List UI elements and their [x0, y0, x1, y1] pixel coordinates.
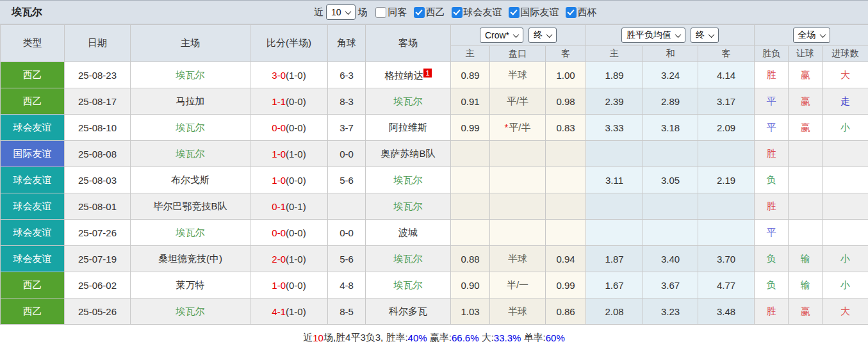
cell-avg-away: 3.17 [698, 88, 755, 115]
league-filter-0[interactable]: 西乙 [414, 6, 445, 19]
cell-avg-draw: 3.67 [643, 272, 698, 298]
summary-segment: 60% [546, 332, 565, 343]
scope-value: 全场 [798, 29, 816, 41]
cell-handicap-result: 输 [789, 272, 823, 298]
match-history-panel: 埃瓦尔 近 10 场 同客 西乙 球会友谊 国际友谊 [0, 0, 868, 351]
cell-goals-result: 走 [823, 88, 868, 115]
cell-odds-away: 1.00 [546, 62, 586, 88]
chevron-down-icon [819, 31, 826, 38]
cell-avg-draw [643, 141, 698, 167]
cell-avg-away: 2.09 [698, 115, 755, 141]
cell-handicap-result [789, 141, 823, 167]
league-filter-1[interactable]: 球会友谊 [452, 6, 502, 19]
cell-handicap [490, 193, 546, 220]
league-filter-3[interactable]: 西杯 [566, 6, 597, 19]
cell-corners: 8-3 [328, 88, 366, 115]
cell-date: 25-07-26 [65, 220, 131, 246]
cell-goals-result [823, 220, 868, 246]
home-team-name: 埃瓦尔 [176, 306, 205, 316]
cell-odds-away [546, 220, 586, 246]
cell-match-type: 西乙 [1, 88, 65, 115]
summary-segment: 66.6% [452, 332, 479, 343]
cell-corners: 6-3 [328, 62, 366, 88]
cell-corners: 4-8 [328, 272, 366, 298]
cell-away-team: 埃瓦尔 [366, 88, 451, 115]
chevron-down-icon [345, 8, 351, 15]
half-time-score: (1-0) [286, 254, 306, 265]
recent-label: 近 [314, 6, 323, 19]
home-team-name: 毕尔巴鄂竞技B队 [153, 200, 227, 211]
col-header-away: 客场 [366, 25, 451, 62]
cell-odds-home [451, 220, 490, 246]
subcol-handicap-result: 让球 [789, 46, 823, 62]
home-team-name: 埃瓦尔 [176, 227, 205, 238]
avg-time-select[interactable]: 终 [691, 28, 719, 43]
cell-odds-away: 0.99 [546, 272, 586, 298]
cell-goals-result [823, 167, 868, 193]
cell-avg-away: 3.48 [698, 298, 755, 325]
cell-home-team: 埃瓦尔 [131, 141, 250, 167]
cell-score: 0-1(0-1) [250, 193, 328, 220]
half-time-score: (0-0) [286, 227, 306, 238]
cell-odds-away [546, 141, 586, 167]
cell-avg-home: 2.39 [586, 88, 643, 115]
table-row: 球会友谊 25-07-26 埃瓦尔 0-0(0-0) 0-0 波城 平 [1, 220, 868, 246]
checkbox-icon [452, 7, 463, 18]
cell-avg-home: 1.87 [586, 246, 643, 272]
summary-line: 近10场,胜4平3负3, 胜率:40% 赢率:66.6% 大:33.3% 单率:… [0, 325, 868, 350]
cell-match-type: 球会友谊 [1, 167, 65, 193]
cell-result: 平 [755, 220, 789, 246]
chevron-down-icon [708, 31, 715, 38]
cell-handicap-result: 赢 [789, 88, 823, 115]
cell-odds-away: 0.83 [546, 115, 586, 141]
cell-home-team: 马拉加 [131, 88, 250, 115]
cell-away-team: 波城 [366, 220, 451, 246]
league-filter-label: 西乙 [426, 6, 445, 19]
team-badge: 1 [423, 69, 431, 78]
avg-time-value: 终 [696, 29, 705, 41]
cell-odds-home: 0.90 [451, 272, 490, 298]
full-time-score: 0-1 [272, 201, 286, 212]
avg-type-select[interactable]: 胜平负均值 [621, 28, 685, 43]
cell-result: 胜 [755, 193, 789, 220]
full-time-score: 0-0 [272, 122, 286, 133]
same-away-checkbox[interactable]: 同客 [375, 6, 407, 19]
cell-avg-draw: 3.18 [643, 115, 698, 141]
league-filter-2[interactable]: 国际友谊 [509, 6, 559, 19]
cell-date: 25-06-02 [65, 272, 131, 298]
cell-date: 25-08-23 [65, 62, 131, 88]
subcol-odds-home: 主 [451, 46, 490, 62]
cell-avg-home [586, 220, 643, 246]
col-header-home: 主场 [131, 25, 250, 62]
home-team-name: 桑坦德竞技(中) [158, 253, 222, 264]
checkbox-icon [414, 7, 425, 18]
summary-segment: 33.3% [494, 332, 521, 343]
summary-segment: 单率: [521, 332, 545, 344]
cell-match-type: 球会友谊 [1, 220, 65, 246]
home-team-name: 布尔戈斯 [171, 174, 209, 185]
cell-corners: 0-0 [328, 141, 366, 167]
cell-home-team: 埃瓦尔 [131, 115, 250, 141]
cell-match-type: 西乙 [1, 62, 65, 88]
cell-result: 负 [755, 272, 789, 298]
recent-count-select[interactable]: 10 [326, 4, 356, 20]
cell-goals-result: 大 [823, 298, 868, 325]
cell-home-team: 莱万特 [131, 272, 250, 298]
cell-goals-result [823, 193, 868, 220]
cell-date: 25-08-10 [65, 115, 131, 141]
cell-score: 1-0(0-0) [250, 167, 328, 193]
cell-goals-result: 大 [823, 62, 868, 88]
cell-avg-home [586, 141, 643, 167]
cell-handicap [490, 141, 546, 167]
cell-handicap [490, 167, 546, 193]
cell-avg-home: 3.11 [586, 167, 643, 193]
scope-select[interactable]: 全场 [793, 28, 830, 43]
odds-time-select[interactable]: 终 [528, 28, 557, 43]
cell-away-team: 埃瓦尔 [366, 167, 451, 193]
odds-company-select[interactable]: Crow* [480, 28, 523, 43]
cell-handicap-result: 输 [789, 246, 823, 272]
cell-match-type: 国际友谊 [1, 141, 65, 167]
match-table-body: 西乙 25-08-23 埃瓦尔 3-0(1-0) 6-3 格拉纳达1 0.89 … [1, 62, 868, 325]
cell-handicap-result [789, 193, 823, 220]
scope-select-group: 全场 [755, 25, 868, 46]
